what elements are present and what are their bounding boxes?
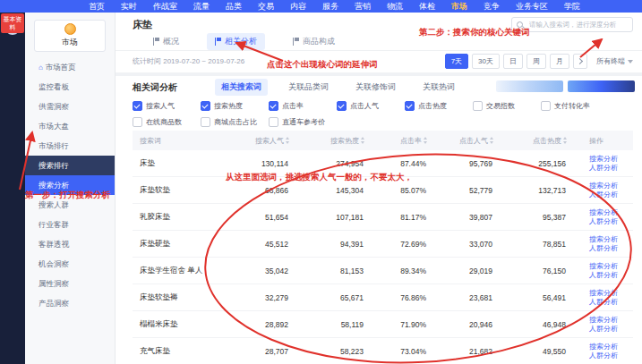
checkbox[interactable] — [133, 117, 142, 127]
column-label: 搜索词 — [140, 136, 161, 146]
terminal-filter[interactable]: 所有终端 — [596, 56, 633, 66]
nav-item-15[interactable]: 学院 — [556, 0, 588, 13]
main-content: 床垫 概况相关分析商品构成 统计时间 2019-07-20 ~ 2019-07-… — [115, 13, 642, 364]
search-input[interactable] — [527, 20, 628, 30]
checkbox[interactable] — [473, 101, 483, 111]
panel-tab-1[interactable]: 相关搜索词 — [215, 79, 268, 96]
sidebar-item-10[interactable]: 客群透视 — [25, 234, 115, 254]
checkbox[interactable] — [269, 101, 278, 111]
action-link-1[interactable]: 搜索分析 — [589, 155, 633, 164]
metric-filter[interactable]: 点击率 — [269, 99, 337, 112]
action-link-1[interactable]: 搜索分析 — [589, 289, 633, 298]
action-link-1[interactable]: 搜索分析 — [589, 343, 633, 351]
column-header-3[interactable]: 搜索热度 — [303, 136, 378, 146]
sort-icon[interactable] — [490, 137, 494, 144]
nav-item-4[interactable]: 流量 — [185, 0, 218, 13]
sort-icon[interactable] — [424, 137, 428, 144]
action-link-2[interactable]: 人群分析 — [589, 271, 633, 280]
sidebar-item-1[interactable]: ⌂市场首页 — [25, 57, 115, 77]
metric-filter[interactable]: 交易指数 — [473, 99, 541, 112]
range-button-5[interactable]: 月 — [550, 54, 569, 69]
value-cell: 21,682 — [441, 347, 507, 356]
action-link-2[interactable]: 人群分析 — [589, 244, 633, 253]
action-link-1[interactable]: 搜索分析 — [589, 262, 633, 271]
range-button-4[interactable]: 周 — [526, 54, 546, 69]
sort-icon[interactable] — [563, 137, 568, 144]
sidebar-item-11[interactable]: 机会洞察 — [25, 254, 115, 274]
nav-item-3[interactable]: 作战室 — [145, 0, 185, 13]
metric-filter[interactable]: 点击人气 — [337, 99, 405, 112]
metric-filter[interactable]: 支付转化率 — [541, 99, 609, 112]
sidebar-item-2[interactable]: 监控看板 — [25, 77, 115, 97]
action-link-2[interactable]: 人群分析 — [589, 298, 633, 307]
nav-item-5[interactable]: 品类 — [218, 0, 250, 13]
sidebar-header[interactable]: 市场 — [34, 20, 106, 52]
range-button-2[interactable]: 30天 — [472, 54, 500, 69]
nav-item-6[interactable]: 交易 — [250, 0, 282, 13]
nav-item-10[interactable]: 物流 — [379, 0, 411, 13]
sidebar-item-7[interactable]: 搜索分析 — [25, 175, 115, 195]
column-header-4[interactable]: 点击率 — [378, 136, 441, 146]
range-button-3[interactable]: 日 — [503, 54, 523, 69]
nav-item-2[interactable]: 实时 — [113, 0, 145, 13]
checkbox[interactable] — [269, 117, 278, 127]
action-link-1[interactable]: 搜索分析 — [589, 235, 633, 244]
checkbox[interactable] — [337, 101, 347, 111]
action-link-2[interactable]: 人群分析 — [589, 190, 633, 199]
sort-icon[interactable] — [361, 137, 365, 144]
action-link-1[interactable]: 搜索分析 — [589, 208, 633, 217]
action-link-2[interactable]: 人群分析 — [589, 217, 633, 226]
nav-item-14[interactable]: 业务专区 — [508, 0, 556, 13]
value-cell: 29,019 — [441, 267, 507, 275]
metric-filter[interactable]: 搜索热度 — [201, 99, 269, 112]
page-tab-3[interactable]: 商品构成 — [285, 33, 343, 50]
action-link-1[interactable]: 搜索分析 — [589, 316, 633, 325]
app-window: 首页实时作战室流量品类交易内容服务营销物流体检市场竞争业务专区学院 基本资料 市… — [0, 0, 642, 364]
nav-item-7[interactable]: 内容 — [282, 0, 314, 13]
metric-filter[interactable]: 在线商品数 — [133, 115, 201, 128]
nav-item-11[interactable]: 体检 — [411, 0, 443, 13]
value-cell: 76,150 — [507, 267, 580, 275]
filter-label: 直通车参考价 — [282, 117, 325, 127]
panel-tab-3[interactable]: 关联修饰词 — [349, 79, 402, 96]
next-period-button[interactable] — [573, 54, 587, 69]
action-link-2[interactable]: 人群分析 — [589, 325, 633, 334]
metric-filter[interactable]: 点击热度 — [405, 99, 473, 112]
action-link-1[interactable]: 搜索分析 — [589, 182, 633, 190]
metric-filter[interactable]: 商城点击占比 — [201, 115, 269, 128]
sidebar-item-5[interactable]: 市场排行 — [25, 136, 115, 156]
checkbox[interactable] — [201, 117, 210, 127]
sidebar-item-4[interactable]: 市场大盘 — [25, 116, 115, 136]
nav-item-13[interactable]: 竞争 — [475, 0, 508, 13]
search-box[interactable] — [511, 17, 633, 32]
column-header-6[interactable]: 点击热度 — [507, 136, 580, 146]
sidebar-item-8[interactable]: 搜索人群 — [25, 195, 115, 215]
page-tab-1[interactable]: 概况 — [145, 33, 187, 50]
page-tabs: 概况相关分析商品构成 — [145, 33, 343, 50]
metric-filter[interactable]: 搜索人气 — [133, 99, 201, 112]
checkbox[interactable] — [201, 101, 210, 111]
column-header-2[interactable]: 搜索人气 — [233, 136, 303, 146]
nav-item-12[interactable]: 市场 — [443, 0, 475, 13]
sidebar-item-label: 搜索分析 — [39, 181, 69, 190]
action-link-2[interactable]: 人群分析 — [589, 164, 633, 173]
range-button-1[interactable]: 7天 — [445, 54, 468, 69]
panel-tab-2[interactable]: 关联品类词 — [282, 79, 335, 96]
checkbox[interactable] — [405, 101, 415, 111]
nav-item-9[interactable]: 营销 — [347, 0, 379, 13]
sidebar-item-3[interactable]: 供需洞察 — [25, 97, 115, 116]
page-tab-2[interactable]: 相关分析 — [207, 33, 265, 50]
sidebar-item-13[interactable]: 产品洞察 — [25, 293, 115, 313]
action-link-2[interactable]: 人群分析 — [589, 351, 633, 360]
sidebar-item-6[interactable]: 搜索排行 — [25, 156, 115, 175]
nav-item-8[interactable]: 服务 — [314, 0, 347, 13]
nav-item-1[interactable]: 首页 — [81, 0, 113, 13]
checkbox[interactable] — [133, 101, 142, 111]
panel-tab-4[interactable]: 关联热词 — [416, 79, 461, 96]
sidebar-item-12[interactable]: 属性洞察 — [25, 274, 115, 293]
sort-icon[interactable] — [286, 137, 290, 144]
metric-filter[interactable]: 直通车参考价 — [269, 115, 337, 128]
sidebar-item-9[interactable]: 行业客群 — [25, 215, 115, 234]
checkbox[interactable] — [541, 101, 551, 111]
column-header-5[interactable]: 点击人气 — [441, 136, 507, 146]
